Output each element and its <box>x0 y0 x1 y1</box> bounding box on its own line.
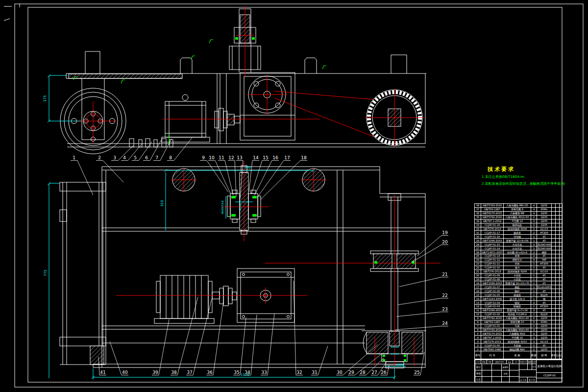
bom-row: 6GB/T5782-2016六角头螺栓 M16×604Q235 <box>475 328 562 332</box>
bom-cell: 18 <box>475 281 481 285</box>
bom-header-cell: 备注 <box>560 351 563 359</box>
svg-text:41: 41 <box>100 370 105 375</box>
bom-cell: GB/T97.1-2002 <box>481 219 504 223</box>
bom-cell: GB/T276-2013 <box>481 339 504 343</box>
bom-cell <box>556 308 560 312</box>
bom-cell: 4 <box>531 203 537 207</box>
bom-cell <box>560 270 563 273</box>
bom-cell: CCJXP-01-08 <box>481 277 504 281</box>
svg-text:31: 31 <box>312 370 317 375</box>
bom-cell: 2 <box>475 343 481 347</box>
balloon-32: 32 <box>294 281 303 375</box>
svg-text:16: 16 <box>272 155 278 160</box>
bom-cell: HT200 <box>537 262 552 266</box>
bom-cell <box>552 320 556 324</box>
bom-row: 4GB/T97.1-2002平垫圈 164Q235 <box>475 335 562 339</box>
bom-cell: 4 <box>531 258 537 262</box>
bom-cell: 08F <box>537 258 552 262</box>
bom-row: 38GB/T5783-2016六角头螺栓 M8×254Q235 <box>475 203 562 207</box>
bom-cell: 2 <box>531 308 537 312</box>
bom-cell: 45 <box>537 266 552 270</box>
bom-cell: 1 <box>531 234 537 238</box>
bom-cell <box>556 324 560 328</box>
bom-cell <box>560 242 563 246</box>
dimension-text: Φ45k6 <box>391 345 399 348</box>
bom-cell: 平垫圈 16 <box>504 335 531 339</box>
bom-cell: 45 <box>537 281 552 285</box>
svg-text:25: 25 <box>414 370 419 375</box>
bom-cell: 套筒 <box>504 254 531 258</box>
bom-cell: 1 <box>531 281 537 285</box>
bom-cell: 轴承端盖 <box>504 223 531 227</box>
balloon-39: 39 <box>152 319 169 375</box>
bom-cell: CCJXP-01-07 <box>481 285 504 289</box>
bom-cell <box>552 296 556 300</box>
svg-text:38: 38 <box>171 370 177 375</box>
bom-cell: CCJXP-01-14 <box>481 246 504 250</box>
bom-cell <box>556 223 560 227</box>
bom-cell <box>556 207 560 211</box>
bom-cell <box>552 258 556 262</box>
tb-drawing-title: 起重机小车运行机构 <box>536 360 563 372</box>
bom-cell <box>560 308 563 312</box>
bom-cell <box>552 347 556 351</box>
bom-cell <box>560 328 563 332</box>
tb-count-label: 处数 <box>481 360 487 364</box>
balloon-23: 23 <box>396 307 448 317</box>
bom-cell <box>560 296 563 300</box>
bom-cell <box>552 246 556 250</box>
bom-cell <box>556 312 560 316</box>
bom-row: 18GB/T1096-2003普通平键 16×10×70145 <box>475 281 562 285</box>
bom-header-cell: 总计 <box>556 351 560 359</box>
bom-cell: 22 <box>475 266 481 270</box>
tb-scale-label: 比例 <box>532 360 536 364</box>
svg-text:26: 26 <box>381 370 387 375</box>
balloon-25: 25 <box>414 352 424 375</box>
bom-cell <box>552 285 556 289</box>
svg-text:1: 1 <box>73 155 75 160</box>
bom-cell: 25 <box>475 254 481 258</box>
bom-row: 7CCJXP-01-01车架1Q235 <box>475 324 562 328</box>
bom-cell <box>556 304 560 308</box>
bom-cell: Q235 <box>537 211 552 215</box>
svg-text:15: 15 <box>263 155 268 160</box>
bom-cell: 1 <box>531 293 537 296</box>
bom-cell <box>552 223 556 227</box>
svg-text:21: 21 <box>442 272 447 277</box>
bom-cell <box>560 262 563 266</box>
bom-cell: 弹簧垫圈 8 <box>504 207 531 211</box>
bom-cell: CCJXP-01-09 <box>481 273 504 277</box>
bom-cell: 1 <box>531 238 537 242</box>
tech-requirement-note-2: 2.装配后各运动件应转动灵活，接触面清洗干净并涂润滑脂。 <box>482 181 565 187</box>
svg-text:5: 5 <box>134 155 137 160</box>
bom-cell <box>552 339 556 343</box>
bom-cell: 37 <box>475 207 481 211</box>
bom-cell <box>552 273 556 277</box>
bom-cell <box>556 328 560 332</box>
bom-cell: 1 <box>475 347 481 351</box>
tb-stage-label: 阶段标记 <box>519 360 527 364</box>
bom-cell: 2 <box>531 215 537 219</box>
bom-cell: 轴承座 <box>504 230 531 234</box>
dimension-text-layer: 175560310775Φ40H7/k6Φ35k6Φ45k6Φ40k6Φ38H6… <box>43 95 404 377</box>
bom-cell: 从动车轮 <box>504 246 531 250</box>
tb-sheet-no: 第 1 张 <box>527 377 536 383</box>
bom-cell: 45 <box>537 277 552 281</box>
bom-cell: 减速器 <box>504 293 531 296</box>
bom-cell <box>560 223 563 227</box>
bom-cell: 1 <box>531 285 537 289</box>
bom-cell <box>552 324 556 328</box>
balloon-21: 21 <box>399 272 448 287</box>
bom-row: 15CCJXP-01-05减速器1组合件 <box>475 293 562 296</box>
bom-cell <box>556 230 560 234</box>
bom-cell: 电动机 Y112M-4 <box>504 312 531 316</box>
bom-cell: 35 <box>475 215 481 219</box>
bom-cell <box>552 270 556 273</box>
bom-cell: 传动轴 <box>504 234 531 238</box>
bom-cell: 普通平键 8×7×36 <box>504 308 531 312</box>
bom-cell <box>552 316 556 320</box>
bom-cell: GCr15 <box>537 270 552 273</box>
bom-cell: 1 <box>531 266 537 270</box>
bom-row: 13CCJXP-01-04链轮245 <box>475 300 562 304</box>
bom-cell: ZG340-640 <box>537 242 552 246</box>
